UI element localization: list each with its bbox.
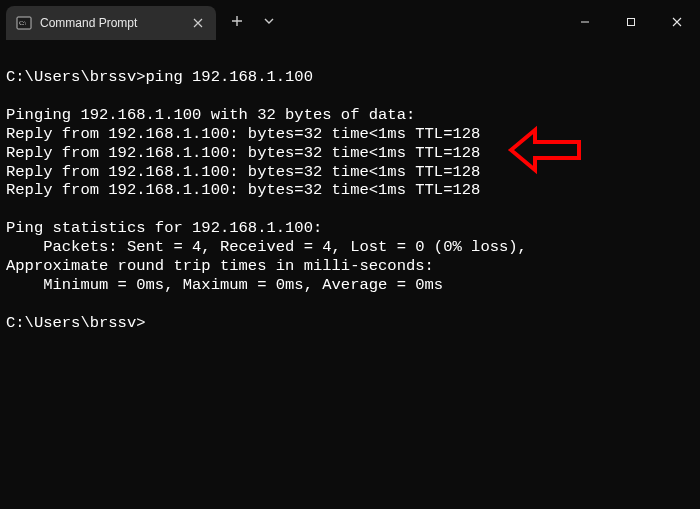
close-button[interactable] — [654, 6, 700, 38]
minimize-button[interactable] — [562, 6, 608, 38]
svg-rect-2 — [628, 19, 635, 26]
ping-reply: Reply from 192.168.1.100: bytes=32 time<… — [6, 144, 480, 162]
new-tab-button[interactable] — [228, 12, 246, 30]
window-titlebar: C:\ Command Prompt — [0, 0, 700, 42]
ping-reply: Reply from 192.168.1.100: bytes=32 time<… — [6, 163, 480, 181]
stats-header: Ping statistics for 192.168.1.100: — [6, 219, 322, 237]
prompt: C:\Users\brssv> — [6, 68, 146, 86]
tab-dropdown-button[interactable] — [260, 12, 278, 30]
window-controls — [562, 0, 700, 42]
prompt: C:\Users\brssv> — [6, 314, 146, 332]
ping-header: Pinging 192.168.1.100 with 32 bytes of d… — [6, 106, 415, 124]
svg-text:C:\: C:\ — [19, 20, 26, 26]
rtt-values: Minimum = 0ms, Maximum = 0ms, Average = … — [6, 276, 443, 294]
prompt-line: C:\Users\brssv>ping 192.168.1.100 — [6, 68, 313, 86]
tab-title: Command Prompt — [40, 16, 182, 30]
ping-reply: Reply from 192.168.1.100: bytes=32 time<… — [6, 181, 480, 199]
rtt-header: Approximate round trip times in milli-se… — [6, 257, 434, 275]
cmd-icon: C:\ — [16, 15, 32, 31]
tab-command-prompt[interactable]: C:\ Command Prompt — [6, 6, 216, 40]
tabbar-controls — [216, 0, 278, 42]
terminal-area[interactable]: C:\Users\brssv>ping 192.168.1.100 Pingin… — [0, 42, 700, 339]
ping-reply: Reply from 192.168.1.100: bytes=32 time<… — [6, 125, 480, 143]
packets-stats: Packets: Sent = 4, Received = 4, Lost = … — [6, 238, 527, 256]
maximize-button[interactable] — [608, 6, 654, 38]
typed-command: ping 192.168.1.100 — [146, 68, 313, 86]
tab-close-button[interactable] — [190, 15, 206, 31]
